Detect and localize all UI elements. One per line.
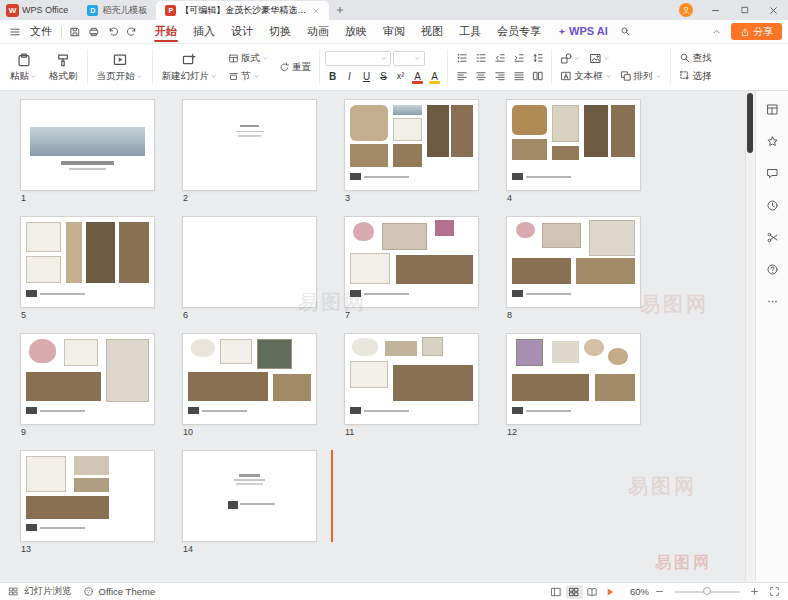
shape-button[interactable] — [557, 51, 584, 66]
file-menu[interactable]: 文件 — [24, 24, 58, 39]
align-center-button[interactable] — [472, 69, 489, 84]
document-tab[interactable]: P【可编辑】金茂长沙豪华精选… — [156, 1, 329, 20]
align-right-button[interactable] — [491, 69, 508, 84]
strikethrough-button[interactable]: S — [376, 69, 391, 84]
favorites-panel-button[interactable] — [762, 131, 783, 152]
collapse-ribbon-icon[interactable] — [707, 26, 725, 37]
slide-thumbnail[interactable] — [344, 216, 479, 308]
minimize-button[interactable] — [701, 0, 730, 20]
align-left-button[interactable] — [453, 69, 470, 84]
indent-increase-button[interactable] — [510, 51, 527, 66]
reset-button[interactable]: 重置 — [276, 60, 314, 75]
arrange-button[interactable]: 排列 — [617, 69, 665, 84]
highlight-color-button[interactable]: A — [427, 69, 442, 84]
maximize-button[interactable] — [730, 0, 759, 20]
redo-button[interactable] — [123, 23, 140, 40]
slide-thumbnail[interactable] — [20, 333, 155, 425]
format-painter-button[interactable]: 格式刷 — [43, 50, 84, 85]
indent-decrease-button[interactable] — [491, 51, 508, 66]
templates-panel-button[interactable] — [762, 99, 783, 120]
share-button[interactable]: 分享 — [731, 23, 782, 40]
zoom-in-button[interactable] — [749, 586, 760, 597]
layout-button[interactable]: 版式 — [225, 51, 272, 66]
underline-button[interactable]: U — [359, 69, 374, 84]
picture-button[interactable] — [586, 51, 613, 66]
close-tab-icon[interactable] — [312, 7, 320, 15]
slide-thumbnail[interactable] — [344, 333, 479, 425]
slide-thumbnail[interactable] — [506, 216, 641, 308]
slide-thumbnail[interactable] — [506, 99, 641, 191]
select-button[interactable]: 选择 — [676, 69, 715, 84]
undo-button[interactable] — [104, 23, 121, 40]
history-panel-button[interactable] — [762, 195, 783, 216]
slide-thumbnail[interactable] — [182, 216, 317, 308]
superscript-button[interactable]: x² — [393, 69, 408, 84]
ribbon-tab[interactable]: 审阅 — [375, 20, 413, 43]
slide-thumbnail[interactable] — [20, 216, 155, 308]
justify-button[interactable] — [510, 69, 527, 84]
ribbon-tab[interactable]: 视图 — [413, 20, 451, 43]
reading-view-button[interactable] — [584, 585, 601, 599]
comments-panel-button[interactable] — [762, 163, 783, 184]
font-color-button[interactable]: A — [410, 69, 425, 84]
close-button[interactable] — [759, 0, 788, 20]
clip-panel-button[interactable] — [762, 227, 783, 248]
thumb-block — [382, 223, 427, 250]
ribbon-search-icon[interactable] — [616, 26, 636, 37]
reset-icon — [279, 62, 290, 73]
slide-thumbnail[interactable] — [182, 450, 317, 542]
scrollbar-thumb[interactable] — [747, 93, 753, 153]
ribbon-tab[interactable]: 切换 — [261, 20, 299, 43]
paste-button[interactable]: 粘贴 — [4, 50, 43, 85]
slide-thumbnail[interactable] — [182, 99, 317, 191]
fit-window-button[interactable] — [769, 586, 780, 597]
ribbon-tab[interactable]: 插入 — [185, 20, 223, 43]
slide-thumbnail[interactable] — [506, 333, 641, 425]
find-button[interactable]: 查找 — [676, 51, 715, 66]
ribbon-tab[interactable]: 开始 — [147, 20, 185, 43]
ribbon-tab[interactable]: 设计 — [223, 20, 261, 43]
font-name-select[interactable] — [325, 51, 391, 66]
bold-button[interactable]: B — [325, 69, 340, 84]
select-button-label: 选择 — [693, 70, 712, 83]
save-button[interactable] — [66, 23, 83, 40]
section-button[interactable]: 节 — [225, 69, 272, 84]
italic-button[interactable]: I — [342, 69, 357, 84]
wps-logo-icon[interactable]: W — [6, 4, 19, 17]
ribbon-tab[interactable]: 动画 — [299, 20, 337, 43]
print-button[interactable] — [85, 23, 102, 40]
normal-view-button[interactable] — [548, 585, 565, 599]
start-current-page-button[interactable]: 当页开始 — [91, 50, 149, 85]
numbering-button[interactable] — [472, 51, 489, 66]
wps-ai-label: WPS AI — [569, 20, 608, 43]
columns-button[interactable] — [529, 69, 546, 84]
slide-thumbnail[interactable] — [20, 99, 155, 191]
new-slide-button[interactable]: 新建幻灯片 — [156, 50, 224, 85]
ribbon-tab[interactable]: 放映 — [337, 20, 375, 43]
zoom-slider[interactable] — [674, 591, 740, 593]
main-menu-icon[interactable] — [6, 26, 24, 38]
new-tab-button[interactable] — [331, 2, 349, 18]
document-tab[interactable]: D稻壳儿模板 — [78, 1, 156, 20]
line-spacing-button[interactable] — [529, 51, 546, 66]
slide-thumbnail[interactable] — [344, 99, 479, 191]
thumb-block — [552, 146, 579, 160]
bullets-button[interactable] — [453, 51, 470, 66]
slide-thumbnail[interactable] — [20, 450, 155, 542]
slide-sorter-view-button[interactable] — [566, 585, 583, 599]
vertical-scrollbar[interactable] — [745, 91, 755, 582]
textbox-button[interactable]: 文本框 — [557, 69, 615, 84]
user-avatar[interactable] — [679, 3, 693, 17]
zoom-out-button[interactable] — [654, 586, 665, 597]
wps-ai-tab[interactable]: WPS AI — [549, 20, 616, 43]
font-size-select[interactable] — [393, 51, 425, 66]
slide-thumbnail[interactable] — [182, 333, 317, 425]
file-type-icon: D — [87, 5, 98, 16]
more-panel-button[interactable] — [762, 291, 783, 312]
help-panel-button[interactable] — [762, 259, 783, 280]
ribbon-tab[interactable]: 会员专享 — [489, 20, 549, 43]
ribbon-tab[interactable]: 工具 — [451, 20, 489, 43]
zoom-slider-knob[interactable] — [703, 587, 711, 595]
slide-cell: 8 — [506, 216, 641, 321]
slideshow-button[interactable] — [602, 585, 619, 599]
